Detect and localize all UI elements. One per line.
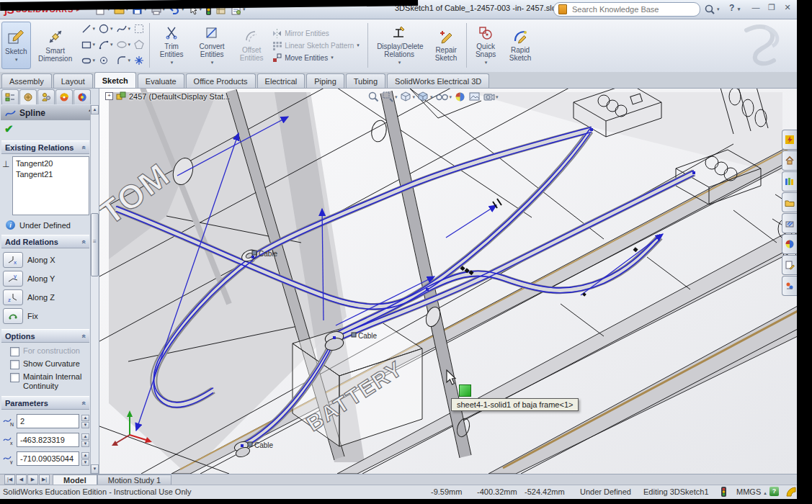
repair-sketch-button[interactable]: Repair Sketch xyxy=(428,19,464,72)
display-style-cube-icon[interactable]: ▾ xyxy=(417,91,433,103)
scroll-thumb[interactable] xyxy=(91,213,99,276)
tab-scroll-next[interactable]: ▶ xyxy=(27,474,38,485)
edit-appearance-icon[interactable] xyxy=(454,91,466,103)
tree-expand-icon[interactable]: + xyxy=(105,92,113,100)
quick-snaps-button[interactable]: Quick Snaps▾ xyxy=(469,19,502,72)
tab-scroll-first[interactable]: |◀ xyxy=(4,474,15,485)
custom-properties-icon[interactable] xyxy=(782,255,797,275)
maintain-internal-continuity-checkbox[interactable] xyxy=(10,373,19,382)
close-button[interactable]: ✕ xyxy=(782,3,793,12)
viewport-canvas[interactable]: BATTERY TOM xyxy=(99,88,797,474)
smart-dimension-button[interactable]: Smart Dimension xyxy=(32,19,79,72)
feature-tree-root-label[interactable]: 2457 (Default<Display Stat... xyxy=(129,92,230,101)
quick-tips-icon[interactable]: ? xyxy=(769,487,779,496)
line-tool[interactable]: ▾ xyxy=(80,23,97,35)
x-coordinate-spinner[interactable]: ▲▼ xyxy=(81,433,89,447)
linear-sketch-pattern-button[interactable]: Linear Sketch Pattern▾ xyxy=(272,40,364,51)
existing-relations-header[interactable]: Existing Relations« xyxy=(1,140,89,154)
mirror-entities-button[interactable]: Mirror Entities xyxy=(272,28,364,39)
circle-tool[interactable]: ▾ xyxy=(97,23,114,35)
document-manager-icon[interactable] xyxy=(782,276,797,296)
minimize-button[interactable]: — xyxy=(751,3,761,12)
relation-item[interactable]: Tangent21 xyxy=(16,169,86,180)
scroll-down-arrow[interactable]: ▼ xyxy=(91,464,99,474)
show-curvature-checkbox[interactable] xyxy=(10,360,19,369)
tab-layout[interactable]: Layout xyxy=(53,73,93,88)
sketch-picture-tool[interactable] xyxy=(133,23,146,35)
convert-entities-button[interactable]: Convert Entities▾ xyxy=(191,19,233,72)
search-box[interactable] xyxy=(553,2,700,17)
configurationmanager-tab[interactable] xyxy=(37,89,55,104)
ok-check-icon[interactable]: ✔ xyxy=(4,122,14,135)
rebuild-status-icon[interactable] xyxy=(720,487,727,499)
star-tool[interactable] xyxy=(133,55,146,66)
featuremanager-tab[interactable] xyxy=(1,89,19,104)
along-x-button[interactable]: x xyxy=(3,252,23,268)
options-header[interactable]: Options« xyxy=(1,329,89,343)
search-button[interactable] xyxy=(703,3,716,16)
tab-office-products[interactable]: Office Products xyxy=(186,73,256,88)
offset-entities-button[interactable]: Offset Entities xyxy=(233,19,270,72)
propertymanager-tab[interactable] xyxy=(19,89,37,104)
y-coordinate-field[interactable]: -710.09035044 xyxy=(17,451,79,466)
graphics-viewport[interactable]: BATTERY TOM xyxy=(99,88,797,474)
x-coordinate-field[interactable]: -463.823319 xyxy=(17,433,79,447)
appearances-icon[interactable] xyxy=(782,234,797,254)
rectangle-tool[interactable]: ▾ xyxy=(80,39,97,50)
slot-tool[interactable]: ▾ xyxy=(80,55,97,66)
point-number-field[interactable]: 2 xyxy=(17,414,79,428)
tab-sketch[interactable]: Sketch xyxy=(94,72,136,88)
tab-scroll-last[interactable]: ▶| xyxy=(39,474,50,485)
tab-assembly[interactable]: Assembly xyxy=(1,73,52,88)
search-dropdown-icon[interactable]: ▾ xyxy=(717,6,720,12)
units-selector[interactable]: MMGS ▴ xyxy=(736,487,767,496)
scroll-up-arrow[interactable]: ▲ xyxy=(91,105,99,114)
search-input[interactable] xyxy=(571,4,695,14)
relations-list[interactable]: Tangent20 Tangent21 xyxy=(12,156,89,215)
design-library-icon[interactable] xyxy=(782,171,797,192)
display-delete-relations-button[interactable]: Display/Delete Relations▾ xyxy=(370,19,428,72)
for-construction-checkbox[interactable] xyxy=(10,347,19,356)
toolbox-icon[interactable] xyxy=(782,213,797,233)
zoom-fit-icon[interactable] xyxy=(367,91,380,103)
rapid-sketch-button[interactable]: Rapid Sketch xyxy=(502,19,538,72)
relation-item[interactable]: Tangent20 xyxy=(16,158,86,169)
help-button[interactable]: ? ▾ xyxy=(729,3,740,13)
parameters-header[interactable]: Parameters« xyxy=(1,396,89,410)
tab-evaluate[interactable]: Evaluate xyxy=(138,73,184,88)
tab-electrical[interactable]: Electrical xyxy=(257,73,305,88)
restore-button[interactable]: ❐ xyxy=(767,3,777,12)
solidworks-resources-icon[interactable] xyxy=(782,130,797,150)
move-entities-button[interactable]: Move Entities▾ xyxy=(272,53,364,63)
tab-tubing[interactable]: Tubing xyxy=(346,73,385,88)
point-tool[interactable] xyxy=(97,55,114,66)
motion-study-tab[interactable]: Motion Study 1 xyxy=(97,474,171,485)
model-tab[interactable]: Model xyxy=(53,474,97,485)
tab-scroll-prev[interactable]: ◀ xyxy=(16,474,27,485)
along-y-button[interactable]: y xyxy=(3,271,23,287)
pm-scrollbar[interactable]: ▲ ▼ xyxy=(90,105,99,474)
fillet-tool[interactable]: ▾ xyxy=(115,55,132,66)
apply-scene-icon[interactable] xyxy=(468,91,481,103)
view-settings-camera-icon[interactable]: ▾ xyxy=(483,91,499,102)
zoom-area-icon[interactable]: ▾ xyxy=(382,91,398,103)
y-coordinate-spinner[interactable]: ▲▼ xyxy=(81,452,89,466)
along-z-button[interactable]: z xyxy=(3,289,23,305)
view-orientation-cube-icon[interactable]: ▾ xyxy=(400,91,416,103)
add-relations-header[interactable]: Add Relations« xyxy=(1,235,89,248)
tab-piping[interactable]: Piping xyxy=(306,73,344,88)
hide-show-glasses-icon[interactable]: ▾ xyxy=(435,91,452,102)
tab-solidworks-electrical-3d[interactable]: SolidWorks Electrical 3D xyxy=(387,73,489,88)
home-icon[interactable] xyxy=(782,150,797,171)
dimxpertmanager-tab[interactable] xyxy=(55,89,73,104)
fix-button[interactable] xyxy=(3,308,23,324)
displaymanager-tab[interactable] xyxy=(73,89,91,104)
spline-tool[interactable]: ▾ xyxy=(115,23,132,35)
sketch-button[interactable]: Sketch▾ xyxy=(1,22,31,69)
file-explorer-icon[interactable] xyxy=(782,192,797,212)
point-number-spinner[interactable]: ▲▼ xyxy=(81,415,89,428)
polygon-tool[interactable] xyxy=(133,39,146,50)
trim-entities-button[interactable]: Trim Entities▾ xyxy=(152,19,191,72)
ellipse-tool[interactable]: ▾ xyxy=(115,39,132,50)
arc-tool[interactable]: ▾ xyxy=(97,39,114,50)
